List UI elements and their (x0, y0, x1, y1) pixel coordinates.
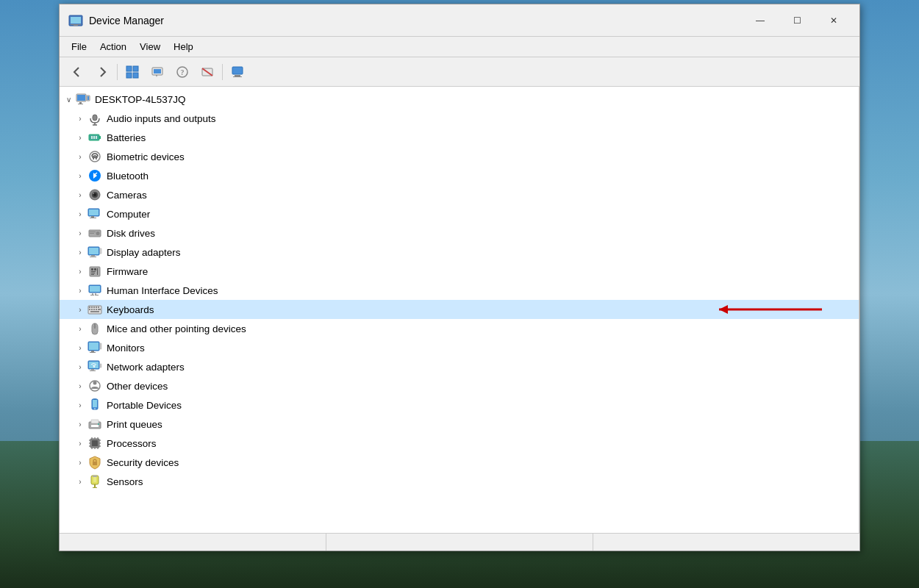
svg-rect-2 (71, 24, 81, 25)
close-button[interactable]: ✕ (817, 9, 851, 32)
keyboards-expand[interactable] (74, 304, 86, 315)
tree-item-bluetooth[interactable]: Bluetooth (60, 166, 859, 185)
title-bar: Device Manager — ☐ ✕ (60, 4, 859, 37)
svg-rect-119 (93, 476, 97, 477)
svg-rect-38 (89, 209, 99, 215)
svg-rect-74 (90, 311, 99, 312)
svg-rect-44 (90, 233, 94, 234)
portable-expand[interactable] (74, 399, 86, 411)
forward-button[interactable] (90, 62, 114, 82)
menu-help[interactable]: Help (168, 39, 199, 54)
tree-item-cameras[interactable]: Cameras (60, 185, 859, 204)
svg-rect-88 (100, 364, 101, 368)
display-label: Display adapters (107, 247, 181, 258)
menu-file[interactable]: File (65, 39, 93, 54)
tree-item-biometric[interactable]: Biometric devices (60, 147, 859, 166)
help-button[interactable]: ? (171, 62, 194, 82)
tree-item-hid[interactable]: Human Interface Devices (60, 281, 859, 300)
menu-view[interactable]: View (134, 39, 166, 54)
processors-expand[interactable] (74, 437, 86, 449)
tree-item-disk[interactable]: Disk drives (60, 223, 859, 243)
device-tree[interactable]: DESKTOP-4L537JQ Audio inputs and o (60, 87, 859, 533)
tree-item-security[interactable]: Security devices (60, 453, 859, 472)
batteries-label: Batteries (107, 132, 146, 143)
svg-rect-73 (98, 309, 101, 310)
toolbar: ? (60, 57, 859, 87)
display-expand[interactable] (74, 246, 86, 258)
mice-icon (87, 321, 102, 336)
tree-item-keyboards[interactable]: Keyboards (60, 300, 859, 319)
disk-icon (87, 226, 102, 240)
tree-item-batteries[interactable]: Batteries (60, 128, 859, 147)
tree-item-audio[interactable]: Audio inputs and outputs (60, 109, 859, 128)
tree-item-monitors[interactable]: Monitors (60, 338, 859, 357)
bluetooth-expand[interactable] (74, 170, 86, 182)
disable-button[interactable] (196, 62, 219, 82)
other-expand[interactable] (74, 380, 86, 392)
tree-item-mice[interactable]: Mice and other pointing devices (60, 319, 859, 338)
tree-item-display[interactable]: Display adapters (60, 243, 859, 262)
tree-root[interactable]: DESKTOP-4L537JQ (60, 90, 859, 109)
svg-rect-18 (77, 95, 85, 101)
svg-rect-59 (92, 293, 93, 295)
tree-item-other[interactable]: Other devices (60, 376, 859, 395)
help-icon: ? (176, 65, 189, 79)
security-icon (87, 455, 102, 470)
svg-rect-87 (90, 370, 96, 371)
root-expand-icon[interactable] (62, 93, 74, 105)
network-expand[interactable] (74, 361, 86, 373)
hid-expand[interactable] (74, 284, 86, 296)
biometric-expand[interactable] (74, 151, 86, 162)
computer-label: Computer (107, 209, 150, 220)
tree-item-print[interactable]: Print queues (60, 415, 859, 434)
security-expand[interactable] (74, 456, 86, 468)
svg-rect-69 (89, 309, 90, 310)
monitors-icon (87, 340, 102, 355)
maximize-button[interactable]: ☐ (780, 9, 814, 32)
sensors-expand[interactable] (74, 476, 86, 487)
svg-rect-49 (90, 257, 96, 257)
tree-item-sensors[interactable]: Sensors (60, 472, 859, 491)
device-manager-view-button[interactable] (121, 62, 144, 82)
svg-rect-22 (87, 96, 89, 100)
cameras-expand[interactable] (74, 189, 86, 201)
disk-expand[interactable] (74, 227, 86, 239)
cameras-label: Cameras (107, 190, 147, 201)
tree-item-processors[interactable]: Processors (60, 434, 859, 453)
svg-rect-20 (78, 104, 83, 104)
audio-expand[interactable] (74, 112, 86, 124)
print-label: Print queues (107, 419, 162, 430)
svg-point-36 (93, 193, 94, 194)
svg-rect-6 (126, 73, 132, 78)
svg-rect-14 (232, 67, 243, 74)
svg-rect-98 (91, 425, 99, 427)
svg-rect-4 (126, 66, 132, 71)
svg-rect-97 (91, 420, 99, 423)
svg-rect-9 (154, 69, 161, 74)
print-expand[interactable] (74, 418, 86, 430)
back-button[interactable] (65, 62, 89, 82)
svg-point-91 (93, 381, 97, 385)
menu-action[interactable]: Action (94, 39, 132, 54)
svg-rect-68 (98, 306, 99, 308)
tree-item-portable[interactable]: Portable Devices (60, 395, 859, 415)
update-driver-button[interactable] (146, 62, 169, 82)
show-devices-button[interactable] (226, 62, 249, 82)
hid-icon (87, 283, 102, 298)
tree-item-network[interactable]: Network adapters (60, 357, 859, 376)
monitors-expand[interactable] (74, 342, 86, 354)
svg-point-94 (94, 408, 96, 409)
other-icon (87, 379, 102, 393)
bluetooth-label: Bluetooth (107, 171, 149, 182)
computer-expand[interactable] (74, 208, 86, 220)
batteries-expand[interactable] (74, 132, 86, 143)
tree-item-computer[interactable]: Computer (60, 204, 859, 223)
status-section-2 (326, 534, 593, 551)
root-label: DESKTOP-4L537JQ (95, 94, 186, 105)
batteries-icon (87, 130, 102, 145)
tree-item-firmware[interactable]: Firmware (60, 262, 859, 281)
firmware-expand[interactable] (74, 265, 86, 277)
minimize-button[interactable]: — (743, 9, 777, 32)
mice-expand[interactable] (74, 323, 86, 334)
svg-rect-61 (90, 295, 94, 295)
